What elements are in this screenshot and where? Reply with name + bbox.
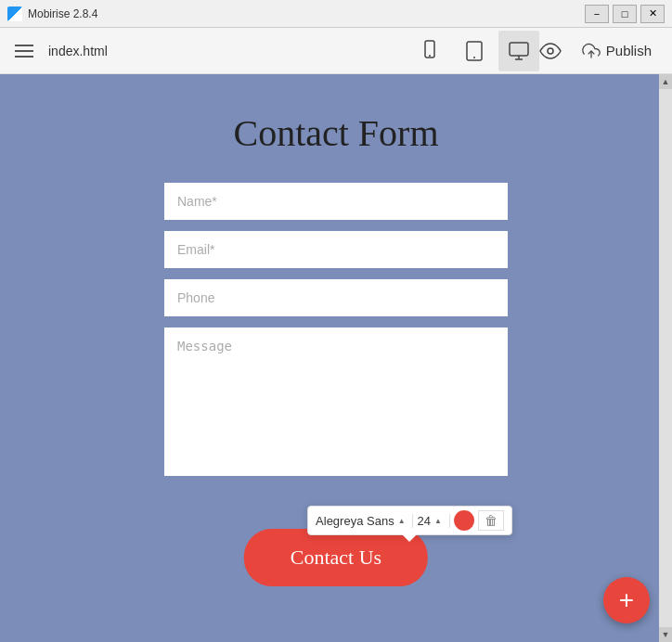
hamburger-menu[interactable] bbox=[11, 41, 37, 61]
font-selector[interactable]: Alegreya Sans ▲ bbox=[316, 514, 413, 528]
fab-button[interactable]: + bbox=[603, 577, 650, 623]
tablet-icon bbox=[463, 40, 485, 62]
desktop-icon bbox=[508, 40, 530, 62]
name-input[interactable] bbox=[164, 183, 508, 220]
form-fields bbox=[164, 183, 508, 476]
tablet-view-button[interactable] bbox=[454, 31, 495, 71]
text-toolbar: Alegreya Sans ▲ 24 ▲ 🗑 bbox=[307, 506, 512, 535]
delete-icon: 🗑 bbox=[485, 513, 498, 528]
menu-bar: index.html Publish bbox=[0, 28, 672, 74]
preview-button[interactable] bbox=[539, 40, 562, 62]
delete-button[interactable]: 🗑 bbox=[478, 510, 504, 531]
font-name: Alegreya Sans bbox=[316, 514, 394, 528]
contact-us-button[interactable]: Contact Us bbox=[244, 529, 428, 586]
close-button[interactable]: ✕ bbox=[640, 5, 665, 23]
cloud-upload-icon bbox=[582, 42, 601, 60]
publish-button[interactable]: Publish bbox=[573, 36, 661, 66]
title-bar: Mobirise 2.8.4 − □ ✕ bbox=[0, 0, 672, 28]
font-size-selector[interactable]: 24 ▲ bbox=[418, 514, 450, 528]
size-caret-icon: ▲ bbox=[434, 517, 442, 525]
color-picker-button[interactable] bbox=[454, 510, 474, 531]
toolbar-arrow bbox=[403, 534, 418, 542]
svg-point-7 bbox=[548, 48, 553, 54]
minimize-button[interactable]: − bbox=[585, 5, 609, 23]
maximize-button[interactable]: □ bbox=[613, 5, 637, 23]
form-title: Contact Form bbox=[233, 111, 438, 155]
device-switcher bbox=[409, 31, 539, 71]
form-container: Contact Form bbox=[6, 74, 666, 550]
eye-icon bbox=[539, 40, 562, 62]
publish-label: Publish bbox=[606, 43, 652, 58]
app-title: Mobirise 2.8.4 bbox=[28, 7, 585, 20]
font-caret-icon: ▲ bbox=[398, 517, 406, 525]
scroll-down-arrow[interactable]: ▼ bbox=[659, 627, 672, 642]
right-actions: Publish bbox=[539, 36, 661, 66]
desktop-view-button[interactable] bbox=[498, 31, 539, 71]
window-controls: − □ ✕ bbox=[585, 5, 665, 23]
mobile-view-button[interactable] bbox=[409, 31, 450, 71]
svg-rect-4 bbox=[510, 43, 528, 56]
file-name: index.html bbox=[48, 44, 409, 58]
phone-input[interactable] bbox=[164, 279, 508, 316]
message-input[interactable] bbox=[164, 327, 508, 476]
app-icon bbox=[7, 6, 22, 21]
email-input[interactable] bbox=[164, 231, 508, 268]
mobile-icon bbox=[419, 40, 441, 62]
canvas-area: ▲ ▼ Contact Form Alegreya Sans ▲ 24 ▲ 🗑 … bbox=[0, 74, 672, 642]
font-size: 24 bbox=[418, 514, 431, 528]
